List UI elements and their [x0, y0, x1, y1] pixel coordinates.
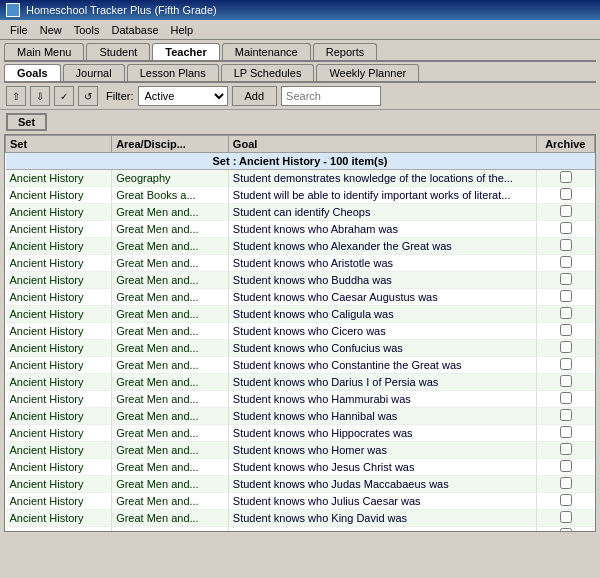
- cell-archive[interactable]: [536, 204, 594, 221]
- cell-archive[interactable]: [536, 493, 594, 510]
- cell-archive[interactable]: [536, 289, 594, 306]
- tab-student[interactable]: Student: [86, 43, 150, 60]
- cell-archive[interactable]: [536, 340, 594, 357]
- table-row[interactable]: Ancient HistoryGreat Men and...Student k…: [6, 272, 595, 289]
- tab-weekly-planner[interactable]: Weekly Planner: [316, 64, 419, 81]
- cell-archive[interactable]: [536, 255, 594, 272]
- table-row[interactable]: Ancient HistoryGreat Men and...Student k…: [6, 357, 595, 374]
- archive-checkbox[interactable]: [560, 358, 572, 370]
- cell-archive[interactable]: [536, 510, 594, 527]
- archive-checkbox[interactable]: [560, 409, 572, 421]
- archive-checkbox[interactable]: [560, 460, 572, 472]
- tab-teacher[interactable]: Teacher: [152, 43, 219, 60]
- table-row[interactable]: Ancient HistoryGeographyStudent demonstr…: [6, 170, 595, 187]
- tab-lesson-plans[interactable]: Lesson Plans: [127, 64, 219, 81]
- cell-goal: Student knows who Darius I of Persia was: [228, 374, 536, 391]
- move-up-btn[interactable]: ⇧: [6, 86, 26, 106]
- cell-archive[interactable]: [536, 476, 594, 493]
- cell-archive[interactable]: [536, 442, 594, 459]
- table-row[interactable]: Ancient HistoryGreat Men and...Student k…: [6, 425, 595, 442]
- archive-checkbox[interactable]: [560, 511, 572, 523]
- table-row[interactable]: Ancient HistoryGreat Men and...Student k…: [6, 391, 595, 408]
- tab-journal[interactable]: Journal: [63, 64, 125, 81]
- table-row[interactable]: Ancient HistoryGreat Men and...Student k…: [6, 459, 595, 476]
- col-header-area[interactable]: Area/Discip...: [112, 136, 229, 153]
- cell-archive[interactable]: [536, 527, 594, 533]
- table-row[interactable]: Ancient HistoryGreat Men and...Student k…: [6, 306, 595, 323]
- set-button[interactable]: Set: [6, 113, 47, 131]
- table-row[interactable]: Ancient HistoryGreat Men and...Student k…: [6, 476, 595, 493]
- cell-area: Great Men and...: [112, 510, 229, 527]
- cell-archive[interactable]: [536, 459, 594, 476]
- cell-archive[interactable]: [536, 238, 594, 255]
- archive-checkbox[interactable]: [560, 375, 572, 387]
- col-header-set[interactable]: Set: [6, 136, 112, 153]
- table-row[interactable]: Ancient HistoryGreat Books a...Student w…: [6, 187, 595, 204]
- archive-checkbox[interactable]: [560, 426, 572, 438]
- tab-maintenance[interactable]: Maintenance: [222, 43, 311, 60]
- cell-archive[interactable]: [536, 187, 594, 204]
- archive-checkbox[interactable]: [560, 273, 572, 285]
- table-row[interactable]: Ancient HistoryGreat Men and...Student k…: [6, 323, 595, 340]
- add-button[interactable]: Add: [232, 86, 278, 106]
- cell-set: Ancient History: [6, 459, 112, 476]
- cell-goal: Student knows who Hannibal was: [228, 408, 536, 425]
- cell-archive[interactable]: [536, 425, 594, 442]
- archive-checkbox[interactable]: [560, 443, 572, 455]
- archive-checkbox[interactable]: [560, 188, 572, 200]
- table-row[interactable]: Ancient HistoryGreat Men and...Student k…: [6, 340, 595, 357]
- archive-checkbox[interactable]: [560, 256, 572, 268]
- archive-checkbox[interactable]: [560, 205, 572, 217]
- archive-checkbox[interactable]: [560, 324, 572, 336]
- cell-archive[interactable]: [536, 170, 594, 187]
- archive-checkbox[interactable]: [560, 477, 572, 489]
- table-row[interactable]: Ancient HistoryGreat Men and...Student k…: [6, 289, 595, 306]
- table-row[interactable]: Ancient HistoryGreat Men and...Student c…: [6, 204, 595, 221]
- table-row[interactable]: Ancient HistoryGreat Men and...Student k…: [6, 221, 595, 238]
- archive-checkbox[interactable]: [560, 239, 572, 251]
- menu-database[interactable]: Database: [105, 23, 164, 37]
- archive-checkbox[interactable]: [560, 341, 572, 353]
- archive-checkbox[interactable]: [560, 392, 572, 404]
- table-row[interactable]: Ancient HistoryGreat Men and...Student k…: [6, 442, 595, 459]
- archive-checkbox[interactable]: [560, 171, 572, 183]
- cell-archive[interactable]: [536, 221, 594, 238]
- filter-select[interactable]: Active Inactive All: [138, 86, 228, 106]
- menu-file[interactable]: File: [4, 23, 34, 37]
- refresh-btn[interactable]: ↺: [78, 86, 98, 106]
- check-btn[interactable]: ✓: [54, 86, 74, 106]
- cell-archive[interactable]: [536, 391, 594, 408]
- menu-help[interactable]: Help: [165, 23, 200, 37]
- table-row[interactable]: Ancient HistoryGreat Men and...Student k…: [6, 374, 595, 391]
- archive-checkbox[interactable]: [560, 494, 572, 506]
- menu-new[interactable]: New: [34, 23, 68, 37]
- cell-archive[interactable]: [536, 306, 594, 323]
- cell-archive[interactable]: [536, 357, 594, 374]
- cell-area: Great Men and...: [112, 289, 229, 306]
- tab-lp-schedules[interactable]: LP Schedules: [221, 64, 315, 81]
- archive-checkbox[interactable]: [560, 307, 572, 319]
- table-row[interactable]: Ancient HistoryGreat Men and...Student k…: [6, 255, 595, 272]
- tab-main-menu[interactable]: Main Menu: [4, 43, 84, 60]
- menu-tools[interactable]: Tools: [68, 23, 106, 37]
- table-row[interactable]: Ancient HistoryGreat Men and...Student k…: [6, 527, 595, 533]
- archive-checkbox[interactable]: [560, 290, 572, 302]
- col-header-archive[interactable]: Archive: [536, 136, 594, 153]
- table-row[interactable]: Ancient HistoryGreat Men and...Student k…: [6, 493, 595, 510]
- cell-archive[interactable]: [536, 323, 594, 340]
- archive-checkbox[interactable]: [560, 528, 572, 532]
- search-input[interactable]: [281, 86, 381, 106]
- col-header-goal[interactable]: Goal: [228, 136, 536, 153]
- title-text: Homeschool Tracker Plus (Fifth Grade): [26, 4, 217, 16]
- move-down-btn[interactable]: ⇩: [30, 86, 50, 106]
- table-row[interactable]: Ancient HistoryGreat Men and...Student k…: [6, 238, 595, 255]
- tab-reports[interactable]: Reports: [313, 43, 378, 60]
- cell-archive[interactable]: [536, 408, 594, 425]
- tab-goals[interactable]: Goals: [4, 64, 61, 81]
- cell-archive[interactable]: [536, 272, 594, 289]
- table-row[interactable]: Ancient HistoryGreat Men and...Student k…: [6, 408, 595, 425]
- cell-archive[interactable]: [536, 374, 594, 391]
- archive-checkbox[interactable]: [560, 222, 572, 234]
- table-row[interactable]: Ancient HistoryGreat Men and...Student k…: [6, 510, 595, 527]
- cell-set: Ancient History: [6, 374, 112, 391]
